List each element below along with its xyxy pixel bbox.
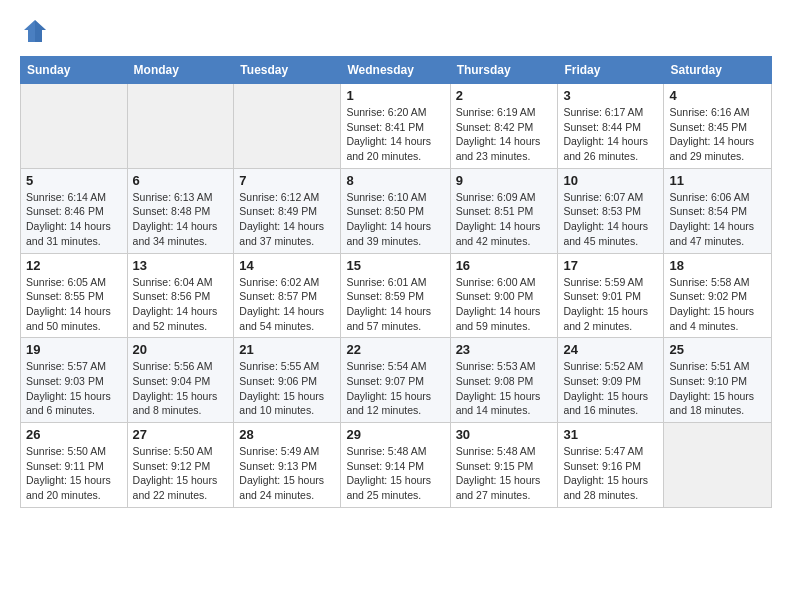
day-detail: Sunrise: 5:48 AMSunset: 9:15 PMDaylight:… <box>456 444 553 503</box>
day-number: 8 <box>346 173 444 188</box>
day-number: 29 <box>346 427 444 442</box>
day-number: 14 <box>239 258 335 273</box>
day-detail: Sunrise: 5:49 AMSunset: 9:13 PMDaylight:… <box>239 444 335 503</box>
day-detail: Sunrise: 6:19 AMSunset: 8:42 PMDaylight:… <box>456 105 553 164</box>
calendar-cell <box>127 84 234 169</box>
week-row-2: 5Sunrise: 6:14 AMSunset: 8:46 PMDaylight… <box>21 168 772 253</box>
day-number: 19 <box>26 342 122 357</box>
calendar-cell: 13Sunrise: 6:04 AMSunset: 8:56 PMDayligh… <box>127 253 234 338</box>
calendar-cell: 21Sunrise: 5:55 AMSunset: 9:06 PMDayligh… <box>234 338 341 423</box>
header <box>20 16 772 46</box>
day-detail: Sunrise: 6:06 AMSunset: 8:54 PMDaylight:… <box>669 190 766 249</box>
calendar-cell: 4Sunrise: 6:16 AMSunset: 8:45 PMDaylight… <box>664 84 772 169</box>
day-number: 2 <box>456 88 553 103</box>
calendar-cell: 15Sunrise: 6:01 AMSunset: 8:59 PMDayligh… <box>341 253 450 338</box>
calendar-cell <box>664 423 772 508</box>
calendar-cell: 30Sunrise: 5:48 AMSunset: 9:15 PMDayligh… <box>450 423 558 508</box>
calendar-cell: 12Sunrise: 6:05 AMSunset: 8:55 PMDayligh… <box>21 253 128 338</box>
day-number: 12 <box>26 258 122 273</box>
calendar-cell: 7Sunrise: 6:12 AMSunset: 8:49 PMDaylight… <box>234 168 341 253</box>
day-detail: Sunrise: 6:13 AMSunset: 8:48 PMDaylight:… <box>133 190 229 249</box>
day-number: 7 <box>239 173 335 188</box>
header-cell-wednesday: Wednesday <box>341 57 450 84</box>
calendar-cell: 25Sunrise: 5:51 AMSunset: 9:10 PMDayligh… <box>664 338 772 423</box>
day-detail: Sunrise: 5:50 AMSunset: 9:12 PMDaylight:… <box>133 444 229 503</box>
day-detail: Sunrise: 5:51 AMSunset: 9:10 PMDaylight:… <box>669 359 766 418</box>
header-row: SundayMondayTuesdayWednesdayThursdayFrid… <box>21 57 772 84</box>
day-detail: Sunrise: 6:05 AMSunset: 8:55 PMDaylight:… <box>26 275 122 334</box>
header-cell-thursday: Thursday <box>450 57 558 84</box>
calendar-cell: 14Sunrise: 6:02 AMSunset: 8:57 PMDayligh… <box>234 253 341 338</box>
day-number: 31 <box>563 427 658 442</box>
day-detail: Sunrise: 6:14 AMSunset: 8:46 PMDaylight:… <box>26 190 122 249</box>
day-detail: Sunrise: 5:59 AMSunset: 9:01 PMDaylight:… <box>563 275 658 334</box>
day-detail: Sunrise: 6:02 AMSunset: 8:57 PMDaylight:… <box>239 275 335 334</box>
day-detail: Sunrise: 6:10 AMSunset: 8:50 PMDaylight:… <box>346 190 444 249</box>
day-number: 27 <box>133 427 229 442</box>
day-detail: Sunrise: 6:20 AMSunset: 8:41 PMDaylight:… <box>346 105 444 164</box>
day-detail: Sunrise: 5:50 AMSunset: 9:11 PMDaylight:… <box>26 444 122 503</box>
calendar-cell: 2Sunrise: 6:19 AMSunset: 8:42 PMDaylight… <box>450 84 558 169</box>
day-number: 4 <box>669 88 766 103</box>
calendar-cell: 20Sunrise: 5:56 AMSunset: 9:04 PMDayligh… <box>127 338 234 423</box>
calendar-cell <box>21 84 128 169</box>
calendar-cell: 10Sunrise: 6:07 AMSunset: 8:53 PMDayligh… <box>558 168 664 253</box>
calendar-cell: 1Sunrise: 6:20 AMSunset: 8:41 PMDaylight… <box>341 84 450 169</box>
calendar-cell: 27Sunrise: 5:50 AMSunset: 9:12 PMDayligh… <box>127 423 234 508</box>
header-cell-tuesday: Tuesday <box>234 57 341 84</box>
day-detail: Sunrise: 6:16 AMSunset: 8:45 PMDaylight:… <box>669 105 766 164</box>
day-detail: Sunrise: 6:12 AMSunset: 8:49 PMDaylight:… <box>239 190 335 249</box>
day-number: 16 <box>456 258 553 273</box>
week-row-5: 26Sunrise: 5:50 AMSunset: 9:11 PMDayligh… <box>21 423 772 508</box>
day-detail: Sunrise: 5:47 AMSunset: 9:16 PMDaylight:… <box>563 444 658 503</box>
header-cell-saturday: Saturday <box>664 57 772 84</box>
calendar-table: SundayMondayTuesdayWednesdayThursdayFrid… <box>20 56 772 508</box>
day-detail: Sunrise: 5:57 AMSunset: 9:03 PMDaylight:… <box>26 359 122 418</box>
day-number: 6 <box>133 173 229 188</box>
logo-icon <box>20 16 50 46</box>
day-detail: Sunrise: 6:04 AMSunset: 8:56 PMDaylight:… <box>133 275 229 334</box>
calendar-cell: 11Sunrise: 6:06 AMSunset: 8:54 PMDayligh… <box>664 168 772 253</box>
day-detail: Sunrise: 5:54 AMSunset: 9:07 PMDaylight:… <box>346 359 444 418</box>
day-number: 9 <box>456 173 553 188</box>
calendar-cell: 5Sunrise: 6:14 AMSunset: 8:46 PMDaylight… <box>21 168 128 253</box>
calendar-cell: 23Sunrise: 5:53 AMSunset: 9:08 PMDayligh… <box>450 338 558 423</box>
calendar-cell: 31Sunrise: 5:47 AMSunset: 9:16 PMDayligh… <box>558 423 664 508</box>
calendar-cell: 9Sunrise: 6:09 AMSunset: 8:51 PMDaylight… <box>450 168 558 253</box>
calendar-cell: 24Sunrise: 5:52 AMSunset: 9:09 PMDayligh… <box>558 338 664 423</box>
week-row-4: 19Sunrise: 5:57 AMSunset: 9:03 PMDayligh… <box>21 338 772 423</box>
day-detail: Sunrise: 5:53 AMSunset: 9:08 PMDaylight:… <box>456 359 553 418</box>
day-number: 5 <box>26 173 122 188</box>
calendar-cell: 18Sunrise: 5:58 AMSunset: 9:02 PMDayligh… <box>664 253 772 338</box>
day-detail: Sunrise: 6:09 AMSunset: 8:51 PMDaylight:… <box>456 190 553 249</box>
day-number: 26 <box>26 427 122 442</box>
day-detail: Sunrise: 5:58 AMSunset: 9:02 PMDaylight:… <box>669 275 766 334</box>
calendar-cell: 16Sunrise: 6:00 AMSunset: 9:00 PMDayligh… <box>450 253 558 338</box>
header-cell-monday: Monday <box>127 57 234 84</box>
day-number: 13 <box>133 258 229 273</box>
logo <box>20 16 54 46</box>
calendar-cell: 6Sunrise: 6:13 AMSunset: 8:48 PMDaylight… <box>127 168 234 253</box>
svg-marker-1 <box>35 20 46 42</box>
day-number: 15 <box>346 258 444 273</box>
day-number: 18 <box>669 258 766 273</box>
day-detail: Sunrise: 6:01 AMSunset: 8:59 PMDaylight:… <box>346 275 444 334</box>
day-detail: Sunrise: 5:56 AMSunset: 9:04 PMDaylight:… <box>133 359 229 418</box>
calendar-cell: 19Sunrise: 5:57 AMSunset: 9:03 PMDayligh… <box>21 338 128 423</box>
day-number: 3 <box>563 88 658 103</box>
calendar-cell: 8Sunrise: 6:10 AMSunset: 8:50 PMDaylight… <box>341 168 450 253</box>
day-number: 25 <box>669 342 766 357</box>
day-detail: Sunrise: 6:07 AMSunset: 8:53 PMDaylight:… <box>563 190 658 249</box>
day-number: 21 <box>239 342 335 357</box>
day-number: 23 <box>456 342 553 357</box>
day-detail: Sunrise: 5:55 AMSunset: 9:06 PMDaylight:… <box>239 359 335 418</box>
day-number: 20 <box>133 342 229 357</box>
day-number: 28 <box>239 427 335 442</box>
day-number: 1 <box>346 88 444 103</box>
day-number: 22 <box>346 342 444 357</box>
day-detail: Sunrise: 6:00 AMSunset: 9:00 PMDaylight:… <box>456 275 553 334</box>
calendar-cell: 17Sunrise: 5:59 AMSunset: 9:01 PMDayligh… <box>558 253 664 338</box>
day-detail: Sunrise: 5:52 AMSunset: 9:09 PMDaylight:… <box>563 359 658 418</box>
calendar-cell: 3Sunrise: 6:17 AMSunset: 8:44 PMDaylight… <box>558 84 664 169</box>
header-cell-sunday: Sunday <box>21 57 128 84</box>
